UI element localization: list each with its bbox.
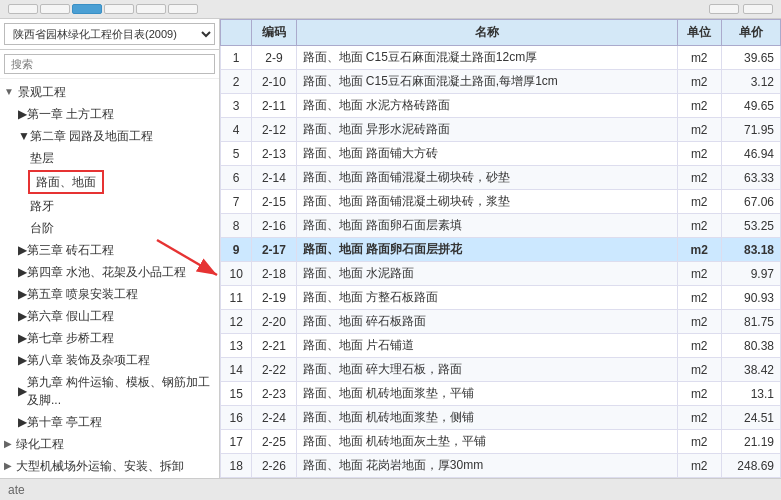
cell-price: 39.65 bbox=[721, 46, 780, 70]
tree-subgroup-ch10: ▶ 第十章 亭工程 bbox=[14, 411, 219, 433]
tree-label-ch2: 第二章 园路及地面工程 bbox=[30, 127, 153, 145]
table-row[interactable]: 14 2-22 路面、地面 碎大理石板，路面 m2 38.42 bbox=[221, 358, 781, 382]
arrow-ch9: ▶ bbox=[18, 382, 27, 400]
table-wrapper[interactable]: 编码 名称 单位 单价 1 2-9 路面、地面 C15豆石麻面混凝土路面12cm… bbox=[220, 19, 781, 478]
cell-num: 12 bbox=[221, 310, 252, 334]
table-row[interactable]: 13 2-21 路面、地面 片石铺道 m2 80.38 bbox=[221, 334, 781, 358]
table-row[interactable]: 4 2-12 路面、地面 异形水泥砖路面 m2 71.95 bbox=[221, 118, 781, 142]
search-input[interactable] bbox=[4, 54, 215, 74]
table-row[interactable]: 16 2-24 路面、地面 机砖地面浆垫，侧铺 m2 24.51 bbox=[221, 406, 781, 430]
tree-item-taijie[interactable]: 台阶 bbox=[26, 217, 219, 239]
table-row[interactable]: 7 2-15 路面、地面 路面铺混凝土砌块砖，浆垫 m2 67.06 bbox=[221, 190, 781, 214]
cell-name: 路面、地面 碎大理石板，路面 bbox=[296, 358, 677, 382]
cell-num: 9 bbox=[221, 238, 252, 262]
tree-label-ch7: 第七章 步桥工程 bbox=[27, 329, 114, 347]
left-panel: 陕西省园林绿化工程价目表(2009) ▼ 景观工程 ▶ 第一章 土方工程 bbox=[0, 19, 220, 478]
cell-code: 2-20 bbox=[252, 310, 296, 334]
arrow-ch10: ▶ bbox=[18, 413, 27, 431]
cell-price: 248.69 bbox=[721, 454, 780, 478]
tree-label-ch3: 第三章 砖石工程 bbox=[27, 241, 114, 259]
insert-button[interactable] bbox=[709, 4, 739, 14]
tree-label-lvhua: 绿化工程 bbox=[16, 435, 64, 453]
arrow-ch3: ▶ bbox=[18, 241, 27, 259]
tree-item-lvhua[interactable]: ▶ 绿化工程 bbox=[0, 433, 219, 455]
cell-code: 2-12 bbox=[252, 118, 296, 142]
tree-item-jingguan[interactable]: ▼ 景观工程 bbox=[0, 81, 219, 103]
cell-name: 路面、地面 C15豆石麻面混凝土路面12cm厚 bbox=[296, 46, 677, 70]
cell-price: 67.06 bbox=[721, 190, 780, 214]
database-dropdown[interactable]: 陕西省园林绿化工程价目表(2009) bbox=[4, 23, 215, 45]
table-row[interactable]: 10 2-18 路面、地面 水泥路面 m2 9.97 bbox=[221, 262, 781, 286]
tree-item-dieceng[interactable]: 垫层 bbox=[26, 147, 219, 169]
tab-qingdan-zhiyin[interactable] bbox=[8, 4, 38, 14]
cell-price: 46.94 bbox=[721, 142, 780, 166]
cell-code: 2-23 bbox=[252, 382, 296, 406]
tree-item-ch5[interactable]: ▶ 第五章 喷泉安装工程 bbox=[14, 283, 219, 305]
tree-subgroup-ch8: ▶ 第八章 装饰及杂项工程 bbox=[14, 349, 219, 371]
tree-item-ch1[interactable]: ▶ 第一章 土方工程 bbox=[14, 103, 219, 125]
cell-name: 路面、地面 C15豆石麻面混凝土路面,每增厚1cm bbox=[296, 70, 677, 94]
tree-group-jingguan: ▼ 景观工程 ▶ 第一章 土方工程 ▼ 第二 bbox=[0, 81, 219, 433]
tab-qingdan[interactable] bbox=[40, 4, 70, 14]
table-row[interactable]: 6 2-14 路面、地面 路面铺混凝土砌块砖，砂垫 m2 63.33 bbox=[221, 166, 781, 190]
cell-code: 2-21 bbox=[252, 334, 296, 358]
table-row[interactable]: 9 2-17 路面、地面 路面卵石面层拼花 m2 83.18 bbox=[221, 238, 781, 262]
cell-unit: m2 bbox=[677, 286, 721, 310]
cell-price: 38.42 bbox=[721, 358, 780, 382]
table-row[interactable]: 15 2-23 路面、地面 机砖地面浆垫，平铺 m2 13.1 bbox=[221, 382, 781, 406]
cell-price: 83.18 bbox=[721, 238, 780, 262]
tree-item-ch4[interactable]: ▶ 第四章 水池、花架及小品工程 bbox=[14, 261, 219, 283]
tree-item-lumian[interactable]: 路面、地面 bbox=[28, 170, 104, 194]
cell-name: 路面、地面 片石铺道 bbox=[296, 334, 677, 358]
tree-label-ch5: 第五章 喷泉安装工程 bbox=[27, 285, 138, 303]
tree-item-luya[interactable]: 路牙 bbox=[26, 195, 219, 217]
tree-subgroup-ch2: ▼ 第二章 园路及地面工程 垫层 路面、地面 路牙 台阶 bbox=[14, 125, 219, 239]
cell-price: 81.75 bbox=[721, 310, 780, 334]
tree-item-ch8[interactable]: ▶ 第八章 装饰及杂项工程 bbox=[14, 349, 219, 371]
tab-wodeshuju[interactable] bbox=[168, 4, 198, 14]
tab-tujizuofa[interactable] bbox=[136, 4, 166, 14]
cell-num: 7 bbox=[221, 190, 252, 214]
cell-code: 2-24 bbox=[252, 406, 296, 430]
tree-item-ch6[interactable]: ▶ 第六章 假山工程 bbox=[14, 305, 219, 327]
table-row[interactable]: 3 2-11 路面、地面 水泥方格砖路面 m2 49.65 bbox=[221, 94, 781, 118]
table-row[interactable]: 18 2-26 路面、地面 花岗岩地面，厚30mm m2 248.69 bbox=[221, 454, 781, 478]
cell-price: 63.33 bbox=[721, 166, 780, 190]
table-row[interactable]: 8 2-16 路面、地面 路面卵石面层素填 m2 53.25 bbox=[221, 214, 781, 238]
table-row[interactable]: 17 2-25 路面、地面 机砖地面灰土垫，平铺 m2 21.19 bbox=[221, 430, 781, 454]
table-header-row: 编码 名称 单位 单价 bbox=[221, 20, 781, 46]
table-row[interactable]: 12 2-20 路面、地面 碎石板路面 m2 81.75 bbox=[221, 310, 781, 334]
tab-rencaiji[interactable] bbox=[104, 4, 134, 14]
bottom-bar: ate bbox=[0, 478, 781, 500]
tree-item-daxing[interactable]: ▶ 大型机械场外运输、安装、拆卸 bbox=[0, 455, 219, 477]
table-row[interactable]: 5 2-13 路面、地面 路面铺大方砖 m2 46.94 bbox=[221, 142, 781, 166]
cell-name: 路面、地面 路面铺混凝土砌块砖，浆垫 bbox=[296, 190, 677, 214]
table-row[interactable]: 11 2-19 路面、地面 方整石板路面 m2 90.93 bbox=[221, 286, 781, 310]
tree-subgroup-ch6: ▶ 第六章 假山工程 bbox=[14, 305, 219, 327]
col-unit: 单位 bbox=[677, 20, 721, 46]
tree-indent-ch2: 垫层 路面、地面 路牙 台阶 bbox=[14, 147, 219, 239]
table-row[interactable]: 2 2-10 路面、地面 C15豆石麻面混凝土路面,每增厚1cm m2 3.12 bbox=[221, 70, 781, 94]
tree-subgroup-ch7: ▶ 第七章 步桥工程 bbox=[14, 327, 219, 349]
cell-num: 3 bbox=[221, 94, 252, 118]
tree-item-ch7[interactable]: ▶ 第七章 步桥工程 bbox=[14, 327, 219, 349]
cell-num: 11 bbox=[221, 286, 252, 310]
cell-unit: m2 bbox=[677, 70, 721, 94]
tree-subgroup-ch4: ▶ 第四章 水池、花架及小品工程 bbox=[14, 261, 219, 283]
cell-code: 2-15 bbox=[252, 190, 296, 214]
replace-button[interactable] bbox=[743, 4, 773, 14]
tab-dinge[interactable] bbox=[72, 4, 102, 14]
arrow-ch1: ▶ bbox=[18, 105, 27, 123]
cell-code: 2-26 bbox=[252, 454, 296, 478]
tree-item-ch2[interactable]: ▼ 第二章 园路及地面工程 bbox=[14, 125, 219, 147]
tree-item-ch3[interactable]: ▶ 第三章 砖石工程 bbox=[14, 239, 219, 261]
table-row[interactable]: 1 2-9 路面、地面 C15豆石麻面混凝土路面12cm厚 m2 39.65 bbox=[221, 46, 781, 70]
cell-num: 2 bbox=[221, 70, 252, 94]
tree-item-ch9[interactable]: ▶ 第九章 构件运输、模板、钢筋加工及脚... bbox=[14, 371, 219, 411]
tree-item-ch10[interactable]: ▶ 第十章 亭工程 bbox=[14, 411, 219, 433]
cell-price: 13.1 bbox=[721, 382, 780, 406]
tree-label-ch6: 第六章 假山工程 bbox=[27, 307, 114, 325]
arrow-ch7: ▶ bbox=[18, 329, 27, 347]
tree-label-daxing: 大型机械场外运输、安装、拆卸 bbox=[16, 457, 184, 475]
tree-group-lvhua: ▶ 绿化工程 bbox=[0, 433, 219, 455]
